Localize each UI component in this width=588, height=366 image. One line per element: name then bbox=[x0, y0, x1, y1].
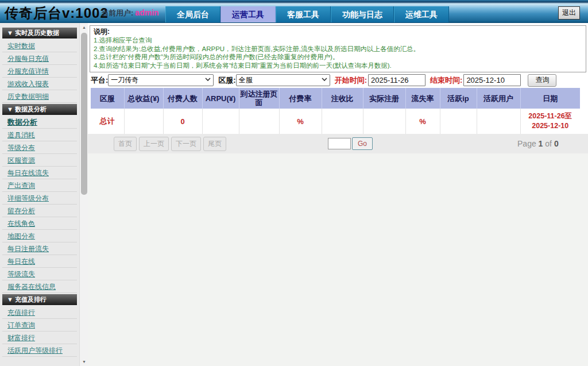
server-select[interactable]: 全服 bbox=[236, 74, 330, 86]
platform-select-value: 一刀传奇 bbox=[111, 76, 138, 84]
sidebar-item-recharge-ranking[interactable]: 充值排行 bbox=[2, 306, 77, 319]
notice-line-3: 3.总计栏的“付费用户数”为所选时间段内总的付费用户数(已经去除重复的付费用户)… bbox=[94, 53, 582, 61]
chevron-down-icon bbox=[205, 76, 211, 82]
table-row-total: 总计 0 % % 2025-11-26至 2025-12-10 bbox=[91, 109, 580, 134]
start-time-label: 开始时间: bbox=[335, 75, 367, 86]
tab-features-and-logs[interactable]: 功能与日志 bbox=[331, 6, 394, 22]
scroll-up-icon[interactable]: ▲ bbox=[80, 23, 88, 32]
sidebar-item-level-distribution[interactable]: 等级分布 bbox=[2, 141, 77, 154]
scroll-down-icon[interactable]: ▼ bbox=[80, 357, 88, 366]
cell-reached-register-page bbox=[239, 109, 279, 134]
pagination-first-button[interactable]: 首页 bbox=[114, 137, 137, 151]
column-header-reached-register-page: 到达注册页面 bbox=[239, 88, 279, 109]
current-user-value: admin bbox=[135, 8, 158, 17]
notice-line-1: 1.选择相应平台查询 bbox=[94, 36, 582, 45]
cell-register-revenue-ratio bbox=[322, 109, 363, 134]
column-header-active-users: 活跃用户 bbox=[477, 88, 520, 109]
cell-pay-rate: % bbox=[279, 109, 322, 134]
server-label: 区服: bbox=[218, 75, 235, 86]
pagination-bar: 首页 上一页 下一页 尾页 Go Page 1 of 0 bbox=[88, 134, 588, 153]
start-time-input[interactable] bbox=[368, 74, 425, 86]
logout-button[interactable]: 退出 bbox=[558, 6, 580, 20]
goto-page-control: Go bbox=[328, 137, 373, 150]
column-header-active-ip: 活跃ip bbox=[440, 88, 477, 109]
page-layout: ▼ 实时及历史数据 实时数据 分服每日充值 分服充值详情 游戏收入报表 历史数据… bbox=[0, 23, 588, 366]
cell-server-total: 总计 bbox=[91, 109, 124, 134]
top-header-bar: 传奇后台v:1002 当前用户:admin 全局后台 运营工具 客服工具 功能与… bbox=[0, 0, 588, 23]
sidebar-item-map-distribution[interactable]: 地图分布 bbox=[2, 230, 77, 242]
cell-date-range: 2025-11-26至 2025-12-10 bbox=[520, 109, 580, 134]
sidebar-item-history-data-detail[interactable]: 历史数据明细 bbox=[2, 90, 77, 103]
sidebar-item-daily-online[interactable]: 每日在线 bbox=[2, 255, 77, 268]
query-button[interactable]: 查询 bbox=[528, 74, 556, 87]
sidebar-item-order-query[interactable]: 订单查询 bbox=[2, 319, 77, 332]
tab-maintenance-tools[interactable]: 运维工具 bbox=[394, 6, 449, 22]
current-user-label: 当前用户: bbox=[101, 9, 133, 17]
sidebar-item-item-consumption[interactable]: 道具消耗 bbox=[2, 129, 77, 141]
sidebar-item-recharge-details-by-server[interactable]: 分服充值详情 bbox=[2, 65, 77, 78]
end-time-input[interactable] bbox=[463, 74, 521, 86]
sidebar-item-realtime-data[interactable]: 实时数据 bbox=[2, 40, 77, 52]
tab-operations-tools[interactable]: 运营工具 bbox=[220, 6, 276, 22]
sidebar-item-server-resources[interactable]: 区服资源 bbox=[2, 154, 77, 167]
main-nav-tabs: 全局后台 运营工具 客服工具 功能与日志 运维工具 bbox=[165, 6, 449, 22]
pagination-buttons: 首页 上一页 下一页 尾页 bbox=[114, 137, 226, 151]
stats-table: 区服 总收益(¥) 付费人数 ARPU(¥) 到达注册页面 付费率 注收比 实际… bbox=[91, 88, 580, 134]
page-indicator: Page 1 of 0 bbox=[517, 139, 559, 148]
pagination-last-button[interactable]: 尾页 bbox=[203, 137, 226, 151]
main-content: 说明: 1.选择相应平台查询 2.查询的结果为:总收益,付费用户数，ARPPU，… bbox=[88, 23, 588, 366]
column-header-actual-register: 实际注册 bbox=[363, 88, 405, 109]
notice-line-2: 2.查询的结果为:总收益,付费用户数，ARPPU，到达注册页面,实际注册,流失率… bbox=[94, 45, 582, 53]
end-time-label: 结束时间: bbox=[430, 75, 462, 86]
cell-churn-rate: % bbox=[405, 109, 440, 134]
date-range-line2: 2025-12-10 bbox=[521, 121, 581, 131]
sidebar-item-output-query[interactable]: 产出查询 bbox=[2, 179, 77, 192]
sidebar-item-server-online-info[interactable]: 服务器在线信息 bbox=[2, 280, 77, 293]
pagination-prev-button[interactable]: 上一页 bbox=[139, 137, 169, 151]
sidebar-item-daily-register-churn[interactable]: 每日注册流失 bbox=[2, 242, 77, 255]
notice-line-4: 4.如所选“结束日期”大于当前日期，则系统会将“结束日期”重置为当前日期的前一天… bbox=[94, 61, 582, 70]
column-header-date: 日期 bbox=[520, 88, 580, 109]
cell-actual-register bbox=[363, 109, 405, 134]
column-header-server: 区服 bbox=[91, 88, 124, 109]
sidebar-item-data-analysis[interactable]: 数据分析 bbox=[2, 116, 77, 129]
sidebar-item-retention-analysis[interactable]: 留存分析 bbox=[2, 205, 77, 217]
page-indicator-total: 0 bbox=[554, 139, 559, 148]
sidebar-item-online-characters[interactable]: 在线角色 bbox=[2, 217, 77, 230]
cell-paying-users: 0 bbox=[163, 109, 202, 134]
column-header-churn-rate: 流失率 bbox=[405, 88, 440, 109]
go-button[interactable]: Go bbox=[352, 137, 373, 150]
table-header-row: 区服 总收益(¥) 付费人数 ARPU(¥) 到达注册页面 付费率 注收比 实际… bbox=[91, 88, 580, 109]
sidebar-item-wealth-ranking[interactable]: 财富排行 bbox=[2, 332, 77, 344]
app-title: 传奇后台v:1002 bbox=[5, 4, 109, 22]
sidebar-item-detailed-level-distribution[interactable]: 详细等级分布 bbox=[2, 192, 77, 205]
tab-global-backend[interactable]: 全局后台 bbox=[165, 6, 220, 22]
sidebar-item-game-income-report[interactable]: 游戏收入报表 bbox=[2, 78, 77, 90]
sidebar-item-daily-recharge-by-server[interactable]: 分服每日充值 bbox=[2, 52, 77, 65]
filter-bar: 平台: 一刀传奇 区服: 全服 开始时间: 结束时间: 查询 bbox=[88, 72, 588, 88]
cell-total-revenue bbox=[124, 109, 163, 134]
cell-arpu bbox=[202, 109, 239, 134]
sidebar-section-realtime-history[interactable]: ▼ 实时及历史数据 bbox=[2, 28, 77, 38]
page-indicator-of: of bbox=[545, 139, 552, 148]
sidebar-item-level-churn[interactable]: 等级流失 bbox=[2, 268, 77, 280]
sidebar-item-daily-online-churn[interactable]: 每日在线流失 bbox=[2, 167, 77, 179]
sidebar-scrollbar[interactable]: ▲ ▼ bbox=[79, 23, 88, 366]
chevron-down-icon bbox=[322, 76, 327, 82]
page-indicator-label: Page bbox=[517, 139, 536, 148]
sidebar-section-recharge-ranking[interactable]: ▼ 充值及排行 bbox=[2, 294, 77, 305]
column-header-arpu: ARPU(¥) bbox=[202, 88, 239, 109]
scrollbar-thumb[interactable] bbox=[81, 33, 87, 195]
column-header-total-revenue: 总收益(¥) bbox=[124, 88, 163, 109]
sidebar-item-active-user-level-ranking[interactable]: 活跃用户等级排行 bbox=[2, 344, 77, 357]
page-indicator-current: 1 bbox=[539, 139, 543, 148]
platform-select[interactable]: 一刀传奇 bbox=[108, 74, 214, 86]
goto-page-input[interactable] bbox=[328, 138, 351, 149]
date-range-line1: 2025-11-26至 bbox=[521, 111, 581, 121]
empty-content-area bbox=[88, 153, 588, 366]
pagination-next-button[interactable]: 下一页 bbox=[171, 137, 201, 151]
tab-customer-service-tools[interactable]: 客服工具 bbox=[276, 6, 331, 22]
column-header-pay-rate: 付费率 bbox=[279, 88, 322, 109]
sidebar-section-data-analysis[interactable]: ▼ 数据及分析 bbox=[2, 104, 77, 115]
notice-title: 说明: bbox=[94, 28, 582, 36]
